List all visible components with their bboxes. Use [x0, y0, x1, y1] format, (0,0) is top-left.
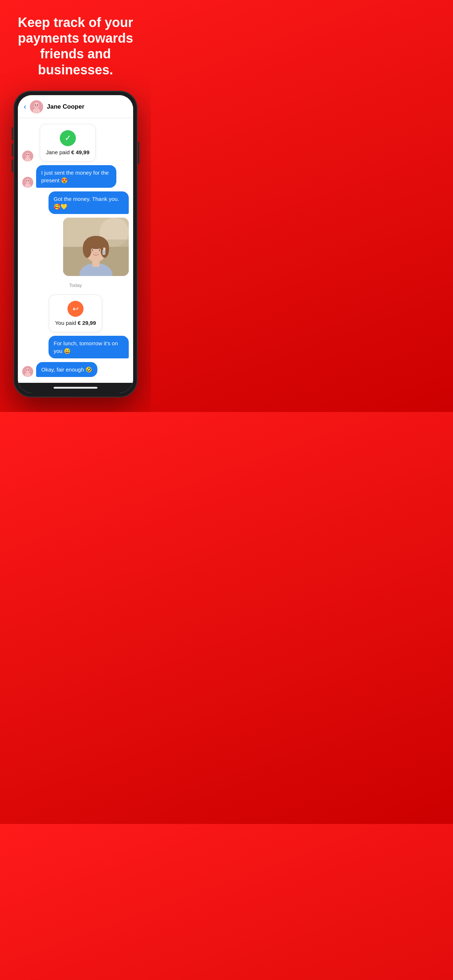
jane-avatar-2 — [22, 366, 33, 377]
date-divider: Today — [22, 280, 129, 291]
contact-avatar — [30, 100, 43, 113]
outgoing-message-1: Got the money. Thank you. 🥰💛 — [22, 191, 129, 214]
incoming-message-2: Okay, fair enough 🤣 — [22, 362, 129, 377]
jane-payment-card: ✓ Jane paid € 49,99 — [40, 124, 96, 162]
home-indicator — [18, 383, 133, 393]
svg-point-31 — [99, 250, 100, 251]
incoming-message-1: I just sent the money for the present 😍 — [22, 165, 129, 188]
back-button[interactable]: ‹ — [24, 103, 26, 111]
jane-avatar-payment — [22, 151, 33, 162]
payment-label: Jane paid € 49,99 — [46, 149, 89, 155]
message-bubble-2: Got the money. Thank you. 🥰💛 — [48, 191, 129, 214]
svg-point-1 — [34, 102, 39, 108]
jane-avatar-1 — [22, 177, 33, 188]
chat-body: ✓ Jane paid € 49,99 — [18, 118, 133, 383]
photo-bubble — [63, 218, 129, 276]
phone-screen: ‹ Jane Cooper — [18, 95, 133, 393]
svg-rect-34 — [103, 248, 105, 250]
message-bubble-1: I just sent the money for the present 😍 — [36, 165, 116, 188]
payment-check-icon: ✓ — [60, 130, 76, 146]
avatar-image — [30, 100, 43, 113]
svg-point-11 — [26, 179, 30, 183]
svg-point-9 — [28, 154, 29, 155]
phone-mockup: ‹ Jane Cooper — [13, 91, 137, 398]
page-headline: Keep track of your payments towards frie… — [7, 14, 144, 78]
svg-point-14 — [28, 180, 29, 181]
svg-point-8 — [26, 154, 27, 155]
home-bar — [54, 387, 97, 389]
message-bubble-3: For lunch, tomorrow it's on you 😅 — [48, 336, 129, 358]
contact-name: Jane Cooper — [47, 103, 84, 110]
you-payment-label: You paid € 29,99 — [55, 320, 96, 326]
svg-point-38 — [26, 370, 27, 371]
svg-point-30 — [91, 250, 93, 251]
incoming-payment-row: ✓ Jane paid € 49,99 — [22, 124, 129, 162]
payment-return-icon: ↩ — [67, 301, 83, 317]
svg-point-3 — [35, 104, 36, 105]
svg-point-4 — [37, 104, 38, 105]
svg-point-36 — [26, 368, 30, 372]
you-payment-card: ↩ You paid € 29,99 — [49, 294, 102, 332]
chat-header: ‹ Jane Cooper — [18, 95, 133, 118]
message-bubble-4: Okay, fair enough 🤣 — [36, 362, 97, 377]
svg-point-39 — [28, 370, 29, 371]
svg-point-13 — [26, 180, 27, 181]
outgoing-message-2: For lunch, tomorrow it's on you 😅 — [22, 336, 129, 358]
svg-point-32 — [95, 252, 97, 253]
svg-rect-33 — [102, 250, 105, 255]
outgoing-payment-row: ↩ You paid € 29,99 — [22, 294, 129, 332]
photo-message-row — [22, 218, 129, 276]
svg-point-6 — [26, 153, 30, 157]
